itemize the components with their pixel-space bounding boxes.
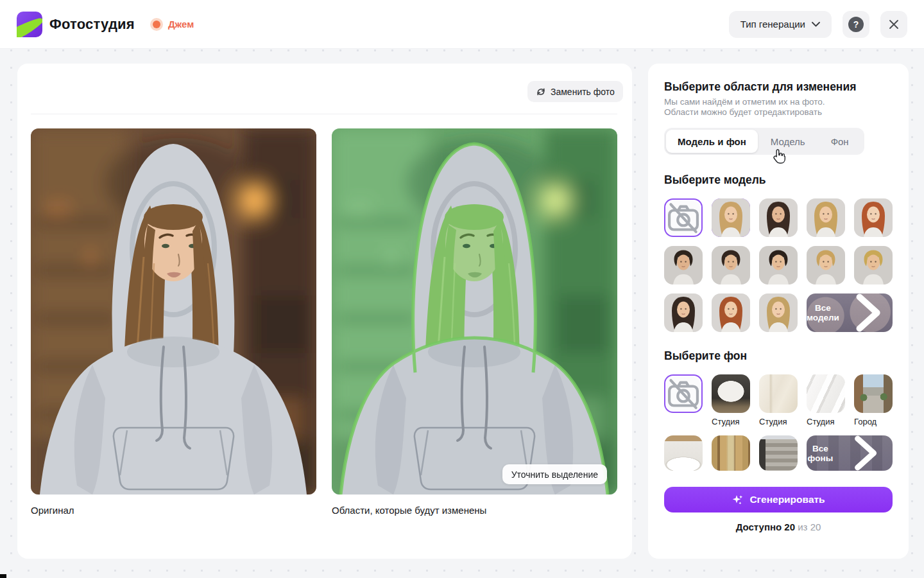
generate-label: Сгенерировать bbox=[749, 494, 825, 505]
backgrounds-section-title: Выберите фон bbox=[664, 349, 747, 363]
model-avatar-male-dark[interactable] bbox=[712, 246, 750, 285]
models-section-title: Выберите модель bbox=[664, 173, 766, 187]
tab-model-and-background[interactable]: Модель и фон bbox=[666, 130, 758, 153]
background-label: Студия bbox=[759, 417, 798, 426]
photo-canvas-card: Заменить фото Уточнить выделение Оригина… bbox=[17, 64, 632, 559]
background-city-street[interactable] bbox=[854, 374, 893, 413]
generate-button[interactable]: Сгенерировать bbox=[664, 487, 893, 512]
background-labels: Студия Студия Студия Город bbox=[664, 417, 893, 426]
backgrounds-grid-row1 bbox=[664, 374, 893, 413]
camera-off-icon bbox=[664, 374, 703, 413]
masked-photo-image bbox=[332, 128, 617, 495]
chevron-down-icon bbox=[812, 22, 820, 27]
plan-name: Джем bbox=[168, 19, 194, 30]
plan-badge: Джем bbox=[150, 18, 194, 31]
generation-type-label: Тип генерации bbox=[740, 19, 805, 30]
model-none-tile[interactable] bbox=[664, 198, 703, 237]
tab-model[interactable]: Модель bbox=[758, 130, 818, 153]
model-avatar-brunette[interactable] bbox=[759, 198, 798, 237]
screen-artifact bbox=[0, 574, 6, 578]
backgrounds-grid-row2: Все фоны bbox=[664, 435, 893, 471]
settings-panel: Выберите области для изменения Мы сами н… bbox=[648, 64, 909, 559]
replace-photo-label: Заменить фото bbox=[551, 87, 615, 97]
model-avatar-blonde[interactable] bbox=[712, 198, 750, 237]
model-avatar-male-short-dark[interactable] bbox=[759, 246, 798, 285]
background-label: Студия bbox=[807, 417, 845, 426]
generation-type-button[interactable]: Тип генерации bbox=[729, 11, 832, 38]
background-vintage-interior[interactable] bbox=[712, 435, 750, 471]
quota-line: Доступно 20 из 20 bbox=[648, 521, 909, 532]
all-backgrounds-button[interactable]: Все фоны bbox=[807, 435, 893, 471]
app-title: Фотостудия bbox=[49, 16, 135, 33]
help-button[interactable]: ? bbox=[843, 11, 869, 38]
background-label: Студия bbox=[712, 417, 750, 426]
camera-off-icon bbox=[664, 198, 703, 237]
plan-dot-icon bbox=[150, 18, 163, 31]
original-photo bbox=[31, 128, 316, 495]
model-avatar-wavy-blonde[interactable] bbox=[759, 293, 798, 332]
area-tabs: Модель и фон Модель Фон bbox=[664, 128, 864, 155]
panel-subtitle: Мы сами найдём и отметим их на фото. Обл… bbox=[664, 97, 825, 118]
panel-title: Выберите области для изменения bbox=[664, 80, 856, 94]
background-bathroom[interactable] bbox=[664, 435, 703, 471]
close-icon bbox=[889, 19, 899, 30]
background-studio-cream[interactable] bbox=[759, 374, 798, 413]
close-button[interactable] bbox=[880, 11, 907, 38]
refine-selection-button[interactable]: Уточнить выделение bbox=[502, 464, 607, 484]
app-logo-icon bbox=[17, 12, 42, 37]
app-background: Фотостудия Джем Тип генерации ? bbox=[0, 0, 924, 578]
models-grid: Все модели bbox=[664, 198, 893, 332]
original-caption: Оригинал bbox=[31, 505, 74, 516]
background-studio-white[interactable] bbox=[807, 374, 845, 413]
quota-available: Доступно 20 bbox=[736, 521, 795, 532]
original-photo-image bbox=[31, 128, 316, 495]
background-label: Город bbox=[854, 417, 893, 426]
chevron-right-icon bbox=[839, 435, 893, 471]
question-icon: ? bbox=[848, 17, 864, 32]
model-avatar-dark-straight[interactable] bbox=[664, 293, 703, 332]
model-avatar-male-curly-dark[interactable] bbox=[664, 246, 703, 285]
model-avatar-male-curly-blond[interactable] bbox=[854, 246, 893, 285]
model-avatar-male-blond[interactable] bbox=[807, 246, 845, 285]
chevron-right-icon bbox=[844, 293, 893, 332]
masked-caption: Области, которые будут изменены bbox=[332, 505, 486, 516]
background-classic-building[interactable] bbox=[759, 435, 798, 471]
replace-photo-button[interactable]: Заменить фото bbox=[527, 81, 623, 102]
all-models-button[interactable]: Все модели bbox=[807, 293, 893, 332]
tab-background[interactable]: Фон bbox=[818, 130, 862, 153]
quota-total: из 20 bbox=[798, 521, 821, 532]
refresh-icon bbox=[536, 87, 546, 97]
model-avatar-redhead[interactable] bbox=[854, 198, 893, 237]
background-none-tile[interactable] bbox=[664, 374, 703, 413]
model-avatar-curly-redhead[interactable] bbox=[712, 293, 750, 332]
header: Фотостудия Джем Тип генерации ? bbox=[0, 0, 924, 49]
sparkles-icon bbox=[732, 494, 744, 506]
background-studio-dark[interactable] bbox=[712, 374, 750, 413]
model-avatar-blonde-wavy[interactable] bbox=[807, 198, 845, 237]
masked-photo: Уточнить выделение bbox=[332, 128, 617, 495]
divider bbox=[31, 114, 617, 114]
